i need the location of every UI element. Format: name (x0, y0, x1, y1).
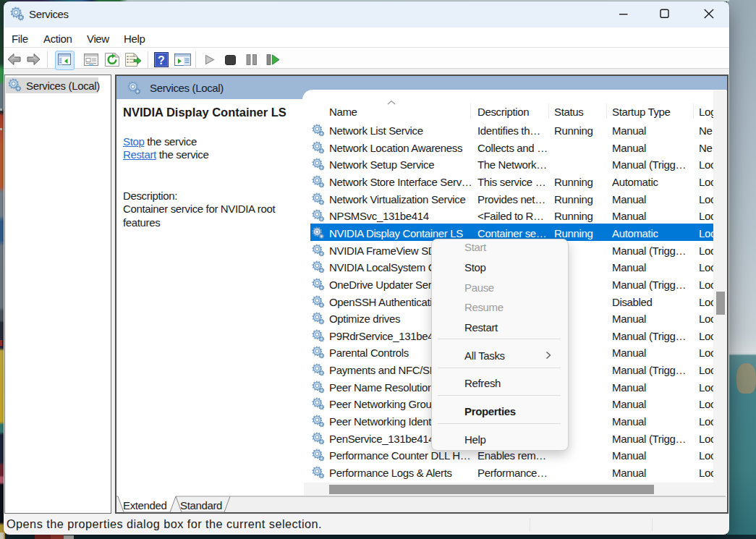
svg-text:?: ? (158, 54, 165, 67)
